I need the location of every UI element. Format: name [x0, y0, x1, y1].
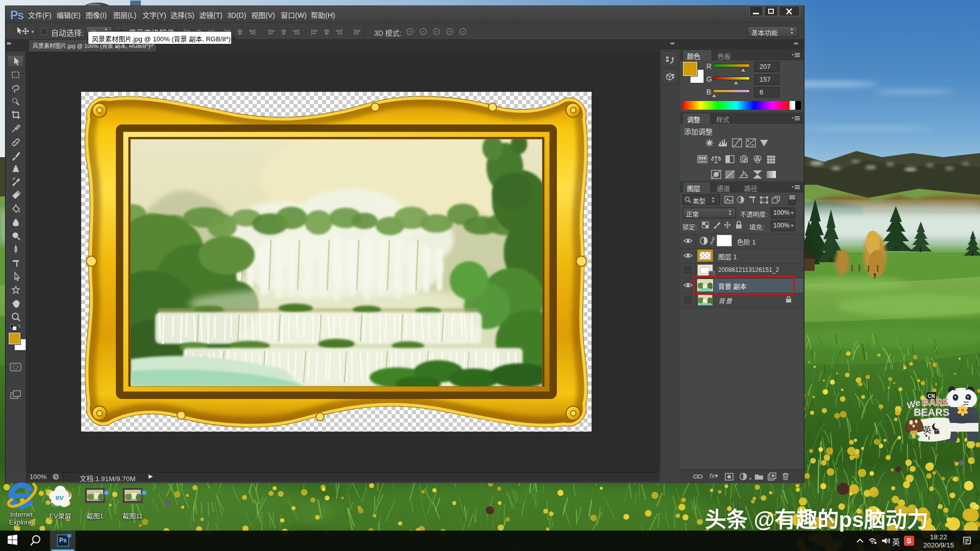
svg-text:ev: ev [56, 493, 64, 502]
svg-text:BEARS: BEARS [914, 407, 949, 418]
svg-text:英: 英 [922, 422, 932, 436]
svg-text:BARE: BARE [922, 397, 949, 408]
